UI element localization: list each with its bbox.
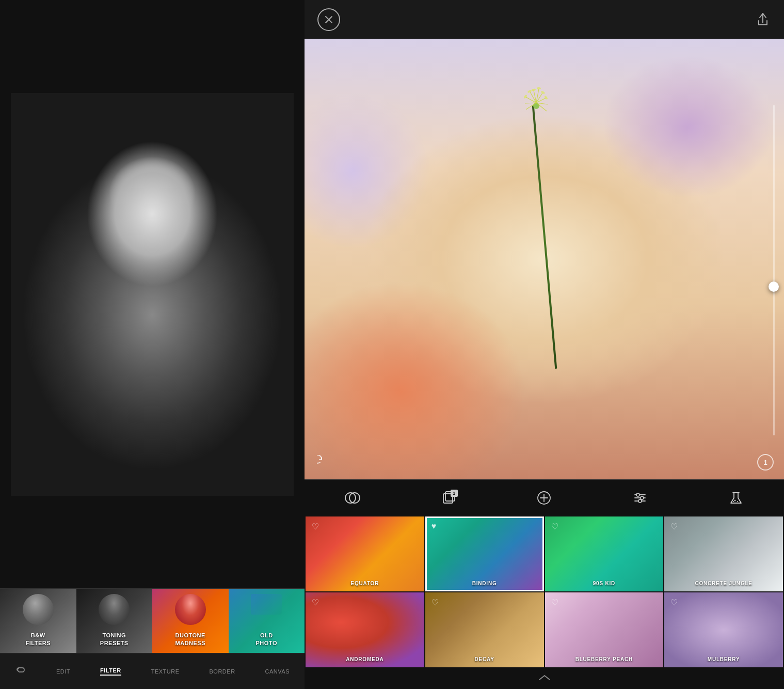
filter-cat-oldphoto-label: OLDPHOTO [256,632,277,647]
filter-cat-bw[interactable]: B&WFILTERS [0,589,76,653]
nav-edit[interactable]: EDIT [56,668,70,675]
nav-canvas-label: CANVAS [265,668,290,675]
nav-undo[interactable] [15,666,26,677]
svg-point-17 [527,90,532,93]
compare-button[interactable]: 1 [757,454,774,471]
filter-mulberry-heart[interactable]: ♡ [670,598,678,607]
filter-90skid-label: 90S KID [545,581,664,586]
nav-texture[interactable]: TEXTURE [151,668,180,675]
svg-point-36 [733,501,734,502]
compare-value: 1 [763,459,767,466]
filter-equator-label: EQUATOR [306,581,424,586]
intensity-slider[interactable] [773,105,775,435]
filter-grid: ♡ EQUATOR ♥ BINDING ♡ 90S KID ♡ CONCRETE… [305,515,784,668]
bottom-nav: EDIT FILTER TEXTURE BORDER CANVAS [0,653,305,689]
filter-concrete-heart[interactable]: ♡ [670,522,678,531]
filter-blueberry-heart[interactable]: ♡ [551,598,558,607]
filter-cat-bw-label: B&WFILTERS [25,632,51,647]
undo-icon [15,666,26,677]
right-panel: 1 1 [305,0,784,689]
left-panel: B&WFILTERS TONINGPRESETS DUOTONEMADNESS … [0,0,305,689]
filter-binding-label: BINDING [425,581,544,586]
filter-cat-oldphoto[interactable]: OLDPHOTO [229,589,305,653]
filter-concrete[interactable]: ♡ CONCRETE JUNGLE [664,516,783,591]
bw-portrait [11,93,294,496]
svg-point-14 [532,89,536,91]
right-photo-area: 1 [305,39,784,479]
filter-andromeda-heart[interactable]: ♡ [312,598,319,607]
svg-point-34 [734,499,736,501]
nav-border[interactable]: BORDER [210,668,235,675]
right-toolbar: 1 [305,479,784,515]
filter-concrete-label: CONCRETE JUNGLE [664,581,783,586]
filter-binding[interactable]: ♥ BINDING [425,516,544,591]
svg-point-32 [638,499,642,503]
layers-badge: 1 [451,490,458,497]
filter-andromeda-label: ANDROMEDA [306,656,424,662]
filter-cat-duotone[interactable]: DUOTONEMADNESS [152,589,229,653]
nav-filter-label: FILTER [100,667,121,676]
svg-point-31 [641,496,644,499]
filter-blueberry-label: BLUEBERRY PEACH [545,656,664,662]
add-tool[interactable] [533,487,555,509]
filter-equator[interactable]: ♡ EQUATOR [306,516,424,591]
close-button[interactable] [317,8,340,31]
svg-point-3 [533,103,539,109]
svg-point-16 [541,91,546,95]
filter-90skid-heart[interactable]: ♡ [551,522,558,531]
filter-equator-heart[interactable]: ♡ [312,522,319,531]
filter-cat-duotone-label: DUOTONEMADNESS [175,632,205,647]
dandelion-image: 1 [305,39,784,479]
adjust-tool[interactable] [629,487,651,509]
nav-filter[interactable]: FILTER [100,667,121,676]
share-button[interactable] [755,11,771,28]
scroll-indicator[interactable] [305,668,784,689]
filter-binding-heart[interactable]: ♥ [431,522,437,531]
filter-andromeda[interactable]: ♡ ANDROMEDA [306,592,424,667]
svg-point-19 [524,95,528,99]
nav-canvas[interactable]: CANVAS [265,668,290,675]
svg-point-30 [636,493,639,496]
reset-button[interactable] [315,453,333,472]
filter-decay[interactable]: ♡ DECAY [425,592,544,667]
slider-track [773,105,775,435]
filter-mulberry-label: MULBERRY [664,656,783,662]
svg-line-11 [525,103,536,103]
filter-categories: B&WFILTERS TONINGPRESETS DUOTONEMADNESS … [0,588,305,653]
filter-blueberry[interactable]: ♡ BLUEBERRY PEACH [545,592,664,667]
photo-tools-bottom: 1 [315,453,774,472]
photo-area [0,0,305,588]
right-header [305,0,784,39]
nav-texture-label: TEXTURE [151,668,180,675]
filter-90skid[interactable]: ♡ 90S KID [545,516,664,591]
filter-decay-label: DECAY [425,656,544,662]
nav-border-label: BORDER [210,668,235,675]
svg-point-18 [545,96,549,100]
nav-edit-label: EDIT [56,668,70,675]
filter-decay-heart[interactable]: ♡ [431,598,439,607]
filter-cat-toning[interactable]: TONINGPRESETS [76,589,153,653]
slider-thumb[interactable] [769,281,779,292]
blend-tool[interactable] [341,487,364,509]
svg-point-15 [537,87,541,90]
dandelion-head-decoration [510,83,557,119]
svg-point-35 [737,501,738,502]
filter-mulberry[interactable]: ♡ MULBERRY [664,592,783,667]
effects-tool[interactable] [725,487,747,509]
layers-tool[interactable]: 1 [437,487,460,509]
filter-cat-toning-label: TONINGPRESETS [100,632,129,647]
